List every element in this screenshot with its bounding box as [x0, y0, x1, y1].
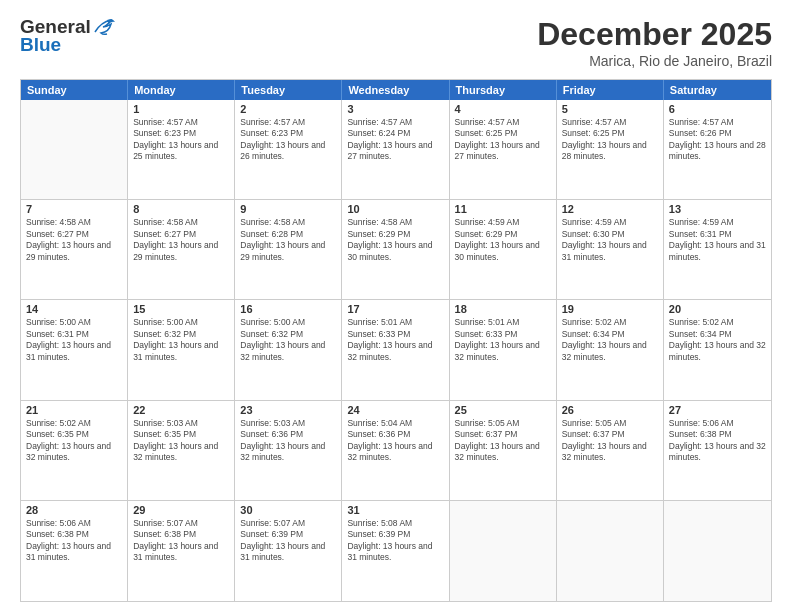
day-number: 9 [240, 203, 336, 215]
cal-cell-empty-6 [664, 501, 771, 601]
cell-info: Sunrise: 4:59 AM Sunset: 6:29 PM Dayligh… [455, 217, 551, 263]
week-row-0: 1Sunrise: 4:57 AM Sunset: 6:23 PM Daylig… [21, 100, 771, 200]
cal-cell-31: 31Sunrise: 5:08 AM Sunset: 6:39 PM Dayli… [342, 501, 449, 601]
day-number: 4 [455, 103, 551, 115]
week-row-2: 14Sunrise: 5:00 AM Sunset: 6:31 PM Dayli… [21, 300, 771, 400]
page: General Blue December 2025 Marica, Rio d… [0, 0, 792, 612]
cal-cell-6: 6Sunrise: 4:57 AM Sunset: 6:26 PM Daylig… [664, 100, 771, 199]
day-number: 14 [26, 303, 122, 315]
cal-cell-16: 16Sunrise: 5:00 AM Sunset: 6:32 PM Dayli… [235, 300, 342, 399]
day-number: 28 [26, 504, 122, 516]
cal-cell-22: 22Sunrise: 5:03 AM Sunset: 6:35 PM Dayli… [128, 401, 235, 500]
cell-info: Sunrise: 4:58 AM Sunset: 6:29 PM Dayligh… [347, 217, 443, 263]
cal-cell-empty-0 [21, 100, 128, 199]
day-number: 2 [240, 103, 336, 115]
cal-cell-8: 8Sunrise: 4:58 AM Sunset: 6:27 PM Daylig… [128, 200, 235, 299]
calendar-body: 1Sunrise: 4:57 AM Sunset: 6:23 PM Daylig… [21, 100, 771, 601]
day-number: 15 [133, 303, 229, 315]
cell-info: Sunrise: 5:01 AM Sunset: 6:33 PM Dayligh… [347, 317, 443, 363]
day-number: 27 [669, 404, 766, 416]
header-day-saturday: Saturday [664, 80, 771, 100]
cell-info: Sunrise: 5:04 AM Sunset: 6:36 PM Dayligh… [347, 418, 443, 464]
logo: General Blue [20, 16, 115, 56]
month-title: December 2025 [537, 16, 772, 53]
cell-info: Sunrise: 5:05 AM Sunset: 6:37 PM Dayligh… [562, 418, 658, 464]
day-number: 5 [562, 103, 658, 115]
cell-info: Sunrise: 5:01 AM Sunset: 6:33 PM Dayligh… [455, 317, 551, 363]
cal-cell-empty-5 [557, 501, 664, 601]
day-number: 29 [133, 504, 229, 516]
cal-cell-27: 27Sunrise: 5:06 AM Sunset: 6:38 PM Dayli… [664, 401, 771, 500]
header: General Blue December 2025 Marica, Rio d… [20, 16, 772, 69]
day-number: 24 [347, 404, 443, 416]
cell-info: Sunrise: 5:05 AM Sunset: 6:37 PM Dayligh… [455, 418, 551, 464]
cell-info: Sunrise: 5:02 AM Sunset: 6:35 PM Dayligh… [26, 418, 122, 464]
cell-info: Sunrise: 5:03 AM Sunset: 6:35 PM Dayligh… [133, 418, 229, 464]
calendar: SundayMondayTuesdayWednesdayThursdayFrid… [20, 79, 772, 602]
cal-cell-3: 3Sunrise: 4:57 AM Sunset: 6:24 PM Daylig… [342, 100, 449, 199]
cal-cell-20: 20Sunrise: 5:02 AM Sunset: 6:34 PM Dayli… [664, 300, 771, 399]
header-day-sunday: Sunday [21, 80, 128, 100]
day-number: 26 [562, 404, 658, 416]
cal-cell-11: 11Sunrise: 4:59 AM Sunset: 6:29 PM Dayli… [450, 200, 557, 299]
day-number: 20 [669, 303, 766, 315]
header-day-friday: Friday [557, 80, 664, 100]
cal-cell-4: 4Sunrise: 4:57 AM Sunset: 6:25 PM Daylig… [450, 100, 557, 199]
day-number: 19 [562, 303, 658, 315]
day-number: 18 [455, 303, 551, 315]
day-number: 12 [562, 203, 658, 215]
day-number: 6 [669, 103, 766, 115]
cell-info: Sunrise: 4:57 AM Sunset: 6:23 PM Dayligh… [133, 117, 229, 163]
cal-cell-17: 17Sunrise: 5:01 AM Sunset: 6:33 PM Dayli… [342, 300, 449, 399]
cell-info: Sunrise: 5:07 AM Sunset: 6:39 PM Dayligh… [240, 518, 336, 564]
cell-info: Sunrise: 5:00 AM Sunset: 6:32 PM Dayligh… [133, 317, 229, 363]
cell-info: Sunrise: 5:00 AM Sunset: 6:31 PM Dayligh… [26, 317, 122, 363]
cal-cell-23: 23Sunrise: 5:03 AM Sunset: 6:36 PM Dayli… [235, 401, 342, 500]
cell-info: Sunrise: 5:08 AM Sunset: 6:39 PM Dayligh… [347, 518, 443, 564]
cal-cell-13: 13Sunrise: 4:59 AM Sunset: 6:31 PM Dayli… [664, 200, 771, 299]
cell-info: Sunrise: 5:06 AM Sunset: 6:38 PM Dayligh… [669, 418, 766, 464]
cell-info: Sunrise: 5:06 AM Sunset: 6:38 PM Dayligh… [26, 518, 122, 564]
cal-cell-7: 7Sunrise: 4:58 AM Sunset: 6:27 PM Daylig… [21, 200, 128, 299]
cell-info: Sunrise: 4:59 AM Sunset: 6:30 PM Dayligh… [562, 217, 658, 263]
week-row-1: 7Sunrise: 4:58 AM Sunset: 6:27 PM Daylig… [21, 200, 771, 300]
cell-info: Sunrise: 4:57 AM Sunset: 6:25 PM Dayligh… [562, 117, 658, 163]
cal-cell-10: 10Sunrise: 4:58 AM Sunset: 6:29 PM Dayli… [342, 200, 449, 299]
cell-info: Sunrise: 4:57 AM Sunset: 6:24 PM Dayligh… [347, 117, 443, 163]
header-day-wednesday: Wednesday [342, 80, 449, 100]
cal-cell-19: 19Sunrise: 5:02 AM Sunset: 6:34 PM Dayli… [557, 300, 664, 399]
day-number: 8 [133, 203, 229, 215]
cal-cell-25: 25Sunrise: 5:05 AM Sunset: 6:37 PM Dayli… [450, 401, 557, 500]
day-number: 30 [240, 504, 336, 516]
cal-cell-12: 12Sunrise: 4:59 AM Sunset: 6:30 PM Dayli… [557, 200, 664, 299]
cal-cell-1: 1Sunrise: 4:57 AM Sunset: 6:23 PM Daylig… [128, 100, 235, 199]
day-number: 22 [133, 404, 229, 416]
day-number: 10 [347, 203, 443, 215]
cal-cell-26: 26Sunrise: 5:05 AM Sunset: 6:37 PM Dayli… [557, 401, 664, 500]
cell-info: Sunrise: 4:57 AM Sunset: 6:26 PM Dayligh… [669, 117, 766, 163]
cell-info: Sunrise: 5:00 AM Sunset: 6:32 PM Dayligh… [240, 317, 336, 363]
logo-blue-text: Blue [20, 34, 61, 56]
header-day-tuesday: Tuesday [235, 80, 342, 100]
cell-info: Sunrise: 4:58 AM Sunset: 6:27 PM Dayligh… [133, 217, 229, 263]
cal-cell-2: 2Sunrise: 4:57 AM Sunset: 6:23 PM Daylig… [235, 100, 342, 199]
day-number: 1 [133, 103, 229, 115]
cal-cell-18: 18Sunrise: 5:01 AM Sunset: 6:33 PM Dayli… [450, 300, 557, 399]
cell-info: Sunrise: 5:02 AM Sunset: 6:34 PM Dayligh… [562, 317, 658, 363]
cal-cell-15: 15Sunrise: 5:00 AM Sunset: 6:32 PM Dayli… [128, 300, 235, 399]
title-block: December 2025 Marica, Rio de Janeiro, Br… [537, 16, 772, 69]
cell-info: Sunrise: 4:58 AM Sunset: 6:27 PM Dayligh… [26, 217, 122, 263]
day-number: 3 [347, 103, 443, 115]
day-number: 23 [240, 404, 336, 416]
cal-cell-29: 29Sunrise: 5:07 AM Sunset: 6:38 PM Dayli… [128, 501, 235, 601]
day-number: 21 [26, 404, 122, 416]
cal-cell-5: 5Sunrise: 4:57 AM Sunset: 6:25 PM Daylig… [557, 100, 664, 199]
cell-info: Sunrise: 4:58 AM Sunset: 6:28 PM Dayligh… [240, 217, 336, 263]
header-day-monday: Monday [128, 80, 235, 100]
cal-cell-9: 9Sunrise: 4:58 AM Sunset: 6:28 PM Daylig… [235, 200, 342, 299]
location: Marica, Rio de Janeiro, Brazil [537, 53, 772, 69]
day-number: 7 [26, 203, 122, 215]
cell-info: Sunrise: 4:59 AM Sunset: 6:31 PM Dayligh… [669, 217, 766, 263]
cal-cell-empty-4 [450, 501, 557, 601]
week-row-3: 21Sunrise: 5:02 AM Sunset: 6:35 PM Dayli… [21, 401, 771, 501]
